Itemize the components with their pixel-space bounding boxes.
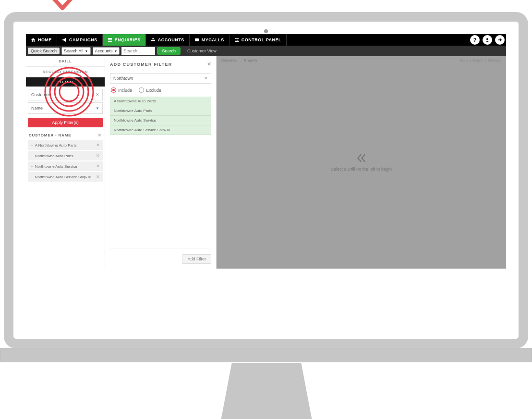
search-scope-value: Accounts [95,49,113,53]
main-pane: Enquiries | Enquiry Save | Export | Sett… [217,56,506,269]
breadcrumb-item[interactable]: Enquiries [221,58,237,62]
nav-campaigns[interactable]: CAMPAIGNS [57,34,103,46]
close-icon[interactable]: ✕ [96,92,99,97]
user-icon [485,37,490,42]
close-icon[interactable]: ✕ [98,133,102,137]
nav-enquiries[interactable]: ENQUIRIES [103,34,146,46]
filter-search-input[interactable]: Northtown ✕ [110,73,211,84]
search-button[interactable]: Search [157,47,181,55]
search-bar: Quick Search Search All ▼ Accounts ▼ Sea… [26,46,506,56]
next-button[interactable] [495,35,505,45]
search-input[interactable] [121,47,155,55]
monitor-frame: YOUR LOGO HERE HOME CAMPAIGNS ENQUIRIES [4,12,528,348]
caret-down-icon: ▼ [85,49,88,53]
breadcrumb: Enquiries | Enquiry [221,58,257,62]
search-segment-select[interactable]: Search All ▼ [61,47,90,55]
radio-include[interactable]: Include [111,87,132,93]
nav-home[interactable]: HOME [26,34,57,46]
close-icon[interactable]: ✕ [96,174,100,179]
sliders-icon [234,37,239,42]
settings-link[interactable]: Settings [487,58,501,62]
filter-item-label: Northtowne Auto Service Ship-To [35,175,91,179]
megaphone-icon [62,37,67,42]
user-button[interactable] [483,35,492,45]
filter-item[interactable]: +A Northtowne Auto Parts ✕ [28,140,103,150]
filter-field-value: Name [31,106,43,111]
radio-icon [111,87,116,93]
radio-icon [139,87,144,93]
radio-include-label: Include [118,88,132,93]
filter-search-value: Northtown [113,76,133,81]
filter-item-label: Northtowne Auto Parts [35,154,73,158]
double-chevron-left-icon [356,153,366,163]
export-link[interactable]: Export [472,58,484,62]
close-icon[interactable]: ✕ [207,61,211,67]
left-pane: DRILL SECOND DIMENSION FILTER Customer ✕… [26,56,105,269]
tab-drill[interactable]: DRILL [26,56,105,67]
result-list: A Northtowne Auto Parts Northtowne Auto … [110,97,211,135]
card-icon [194,37,199,42]
filter-field-select[interactable]: Name ▼ [28,102,103,114]
tab-filter[interactable]: FILTER [26,77,105,87]
top-nav: HOME CAMPAIGNS ENQUIRIES ACCOUNTS MYCALL… [26,34,506,46]
filter-section-title: CUSTOMER - NAME [29,133,71,137]
arrow-right-icon [497,37,502,42]
clear-icon[interactable]: ✕ [204,76,208,81]
filter-item[interactable]: +Northtowne Auto Parts ✕ [28,151,103,160]
save-link[interactable]: Save [460,58,469,62]
radio-exclude-label: Exclude [146,88,161,93]
filter-item[interactable]: +Northtowne Auto Service ✕ [28,161,103,171]
page-actions: Save | Export | Settings [460,58,501,62]
plus-icon: + [31,154,33,158]
caret-down-icon: ▼ [114,49,118,53]
customer-view-link[interactable]: Customer View [187,49,217,53]
plus-icon: + [31,143,33,148]
app-screen: HOME CAMPAIGNS ENQUIRIES ACCOUNTS MYCALL… [26,34,506,269]
panel-title: ADD CUSTOMER FILTER [110,62,172,67]
nav-mycalls[interactable]: MYCALLS [190,34,230,46]
svg-rect-3 [195,38,199,41]
breadcrumb-item: Enquiry [244,58,257,62]
result-item[interactable]: Northtowne Auto Parts [110,106,211,116]
monitor-base-bar [0,348,532,362]
close-icon[interactable]: ✕ [96,164,100,169]
nav-home-label: HOME [38,37,52,42]
result-item[interactable]: Northtowne Auto Service [110,116,211,125]
svg-rect-0 [108,38,112,39]
add-filter-button[interactable]: Add Filter [182,254,211,264]
empty-state-text: Select a Drill on the left to begin [331,167,392,172]
nav-enquiries-label: ENQUIRIES [115,37,141,42]
add-filter-panel: ADD CUSTOMER FILTER ✕ Northtown ✕ Includ… [105,56,217,269]
action-separator: | [485,58,486,62]
camera-dot [264,29,268,33]
close-icon[interactable]: ✕ [96,153,100,158]
radio-exclude[interactable]: Exclude [139,87,161,93]
apply-filter-button[interactable]: Apply Filter(s) [28,118,103,127]
result-item[interactable]: A Northtowne Auto Parts [110,97,211,106]
plus-icon: + [31,164,33,169]
filter-item-label: A Northtowne Auto Parts [35,143,77,148]
caret-down-icon: ▼ [96,106,99,111]
list-icon [108,37,112,42]
svg-rect-2 [108,41,112,42]
filter-scope-select[interactable]: Customer ✕ [28,89,103,100]
action-separator: | [470,58,471,62]
help-button[interactable]: ? [470,35,480,45]
filter-scope-value: Customer [31,92,50,97]
svg-point-10 [486,38,488,40]
svg-point-7 [235,38,236,39]
nav-accounts[interactable]: ACCOUNTS [146,34,190,46]
quick-search-label: Quick Search [28,48,60,54]
close-icon[interactable]: ✕ [96,143,100,148]
breadcrumb-separator: | [240,58,241,62]
plus-icon: + [31,175,33,179]
search-scope-select[interactable]: Accounts ▼ [93,47,120,55]
nav-control-panel[interactable]: CONTROL PANEL [230,34,287,46]
tab-second-dimension[interactable]: SECOND DIMENSION [26,67,105,77]
bank-icon [151,37,156,42]
result-item[interactable]: Northtowne Auto Service Ship-To [110,125,211,135]
home-icon [31,37,36,42]
svg-point-9 [236,41,237,42]
filter-item[interactable]: +Northtowne Auto Service Ship-To ✕ [28,172,103,182]
monitor-stand [221,363,312,419]
